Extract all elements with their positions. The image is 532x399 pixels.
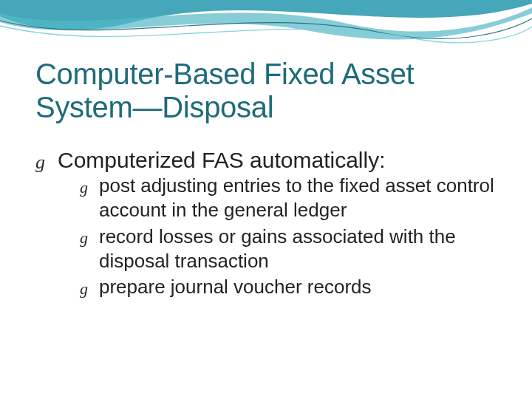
- sub-bullet: g post adjusting entries to the fixed as…: [80, 174, 497, 223]
- bullet-list: g Computerized FAS automatically: g post…: [35, 146, 497, 300]
- sub-bullet-text: post adjusting entries to the fixed asse…: [99, 174, 494, 221]
- sub-bullet-list: g post adjusting entries to the fixed as…: [58, 174, 497, 299]
- bullet-icon: g: [80, 279, 88, 299]
- heading-text: Computerized FAS automatically:: [58, 148, 386, 172]
- sub-bullet-text: prepare journal voucher records: [99, 276, 372, 298]
- bullet-icon: g: [80, 177, 88, 198]
- bullet-icon: g: [80, 228, 88, 248]
- sub-bullet: g prepare journal voucher records: [80, 275, 497, 299]
- sub-bullet-text: record losses or gains associated with t…: [99, 225, 456, 272]
- slide-title: Computer-Based Fixed Asset System—Dispos…: [35, 58, 497, 124]
- sub-bullet: g record losses or gains associated with…: [80, 225, 497, 274]
- heading-bullet: g Computerized FAS automatically: g post…: [35, 146, 497, 300]
- bullet-icon: g: [35, 151, 45, 175]
